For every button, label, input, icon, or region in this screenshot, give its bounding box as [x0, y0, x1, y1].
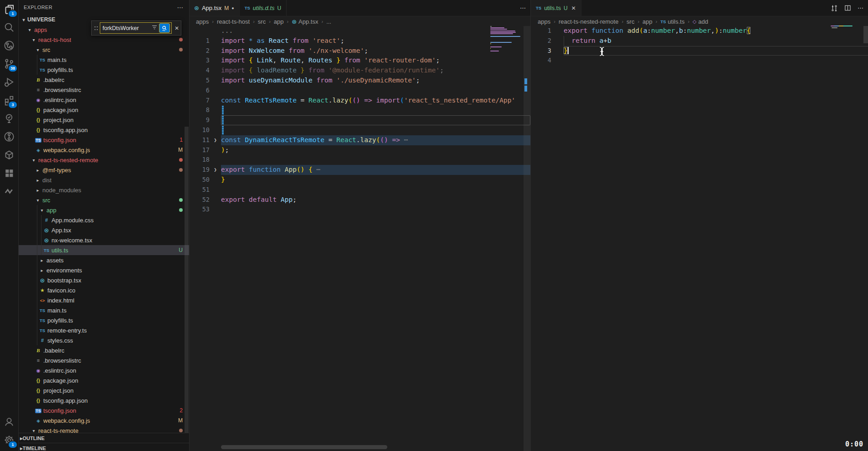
tree-item-app-tsx[interactable]: ⊛App.tsx: [18, 225, 189, 235]
code-line[interactable]: ...: [189, 26, 530, 36]
breadcrumb-item[interactable]: app: [642, 18, 652, 25]
tree-item-main-ts[interactable]: TSmain.ts: [18, 305, 189, 315]
tree-item-project-json[interactable]: {}project.json: [18, 115, 189, 125]
code-line[interactable]: 50}: [189, 175, 530, 185]
tree-item-nx-welcome-tsx[interactable]: ⊛nx-welcome.tsx: [18, 235, 189, 245]
code-line[interactable]: 18: [189, 155, 530, 165]
breadcrumb-item[interactable]: ...: [326, 18, 331, 25]
code-line[interactable]: 3import { Link, Route, Routes } from 're…: [189, 56, 530, 66]
breadcrumb-item[interactable]: ◇ add: [693, 18, 708, 25]
run-and-debug-icon[interactable]: [0, 73, 18, 91]
tree-item-bootstrap-tsx[interactable]: ⊛bootstrap.tsx: [18, 275, 189, 285]
source-control-graph-icon[interactable]: [0, 36, 18, 55]
code-line[interactable]: 4import { loadRemote } from '@module-fed…: [189, 66, 530, 76]
tree-item-utils-ts[interactable]: TSutils.tsU: [18, 245, 189, 255]
code-editor-app-tsx[interactable]: ...1import * as React from 'react';2impo…: [189, 26, 530, 451]
code-line[interactable]: 11❯const DynamicReactTsRemote = React.la…: [189, 135, 530, 145]
tree-item-main-ts[interactable]: TSmain.ts: [18, 55, 189, 65]
accounts-icon[interactable]: [0, 413, 18, 431]
tree-item-styles-css[interactable]: #styles.css: [18, 335, 189, 345]
breadcrumb-item[interactable]: apps: [196, 18, 209, 25]
filter-icon[interactable]: [152, 25, 157, 31]
tree-item-src[interactable]: ▾src: [18, 195, 189, 205]
code-line[interactable]: 2 return a+b: [531, 36, 868, 46]
tree-item--browserslistrc[interactable]: ≡.browserslistrc: [18, 355, 189, 365]
tree-item--babelrc[interactable]: B.babelrc: [18, 345, 189, 355]
tree-item-remote-entry-ts[interactable]: TSremote-entry.ts: [18, 325, 189, 335]
tree-item-webpack-config-js[interactable]: ◈webpack.config.jsM: [18, 415, 189, 425]
drag-grip-icon[interactable]: [93, 25, 98, 32]
code-line[interactable]: 7const ReactTsRemote = React.lazy(() => …: [189, 96, 530, 106]
horizontal-scrollbar[interactable]: [221, 445, 387, 449]
tree-item-assets[interactable]: ▸assets: [18, 255, 189, 265]
code-editor-utils-ts[interactable]: 1export function add(a:number,b:number,)…: [531, 26, 868, 451]
tree-item-package-json[interactable]: {}package.json: [18, 375, 189, 385]
tree-item-polyfills-ts[interactable]: TSpolyfills.ts: [18, 315, 189, 325]
fold-gutter[interactable]: ❯: [210, 135, 221, 145]
tree-item--eslintrc-json[interactable]: ◉.eslintrc.json: [18, 365, 189, 375]
source-control-icon[interactable]: 38: [0, 55, 18, 73]
tree-item-tsconfig-app-json[interactable]: {}tsconfig.app.json: [18, 395, 189, 405]
tree-item-project-json[interactable]: {}project.json: [18, 385, 189, 395]
tree-item-app-module-css[interactable]: #App.module.css: [18, 215, 189, 225]
code-line[interactable]: 51: [189, 185, 530, 195]
breadcrumb-item[interactable]: src: [627, 18, 634, 25]
tree-item-package-json[interactable]: {}package.json: [18, 105, 189, 115]
git-graph-icon[interactable]: [0, 128, 18, 146]
grid-extension-icon[interactable]: [0, 164, 18, 182]
section-header-outline[interactable]: ▸ OUTLINE: [18, 433, 189, 443]
sidebar-scrollbar[interactable]: [185, 127, 189, 446]
nx-console-icon[interactable]: [0, 146, 18, 164]
breadcrumb-item[interactable]: apps: [538, 18, 550, 25]
tree-item-node-modules[interactable]: ▸node_modules: [18, 185, 189, 195]
extensions-icon[interactable]: 3: [0, 91, 18, 109]
code-line[interactable]: 17);: [189, 145, 530, 155]
code-line[interactable]: 5import useDynamicModule from './useDyna…: [189, 76, 530, 86]
compare-changes-icon[interactable]: [831, 5, 838, 12]
tree-item--mf-types[interactable]: ▸@mf-types: [18, 165, 189, 175]
tree-item-react-ts-remote[interactable]: ▾react-ts-remote: [18, 425, 189, 433]
explorer-icon[interactable]: 1: [0, 0, 18, 18]
tree-item-tsconfig-json[interactable]: TStsconfig.json1: [18, 135, 189, 145]
fuzzy-search-button[interactable]: [159, 23, 170, 33]
vertical-scrollbar[interactable]: [863, 26, 868, 43]
settings-icon[interactable]: 1: [0, 431, 18, 449]
tree-item-webpack-config-js[interactable]: ◈webpack.config.jsM: [18, 145, 189, 155]
code-line[interactable]: 2import NxWelcome from './nx-welcome';: [189, 46, 530, 56]
vertical-scrollbar[interactable]: [524, 26, 530, 451]
tree-item--browserslistrc[interactable]: ≡.browserslistrc: [18, 85, 189, 95]
todo-tree-icon[interactable]: [0, 109, 18, 128]
tree-item-environments[interactable]: ▸environments: [18, 265, 189, 275]
breadcrumb-item[interactable]: react-ts-nested-remote: [559, 18, 619, 25]
breadcrumb-item[interactable]: src: [258, 18, 266, 25]
tree-item-react-ts-nested-remote[interactable]: ▾react-ts-nested-remote: [18, 155, 189, 165]
tree-item-favicon-ico[interactable]: ★favicon.ico: [18, 285, 189, 295]
tree-item-dist[interactable]: ▸dist: [18, 175, 189, 185]
code-line[interactable]: 9: [189, 115, 530, 125]
close-icon[interactable]: ✕: [571, 5, 576, 11]
tree-item-react-ts-host[interactable]: ▾react-ts-host: [18, 35, 189, 45]
code-line[interactable]: 8: [189, 105, 530, 115]
more-actions-icon[interactable]: ⋯: [858, 5, 863, 11]
tree-item-tsconfig-app-json[interactable]: {}tsconfig.app.json: [18, 125, 189, 135]
code-line[interactable]: 1export function add(a:number,b:number,)…: [531, 26, 868, 36]
code-line[interactable]: 3}: [531, 46, 868, 56]
tab-utils-d-ts[interactable]: TS utils.d.ts U: [240, 0, 287, 16]
section-header-timeline[interactable]: ▸ TIMELINE: [18, 443, 189, 451]
breadcrumb-item[interactable]: ⊛ App.tsx: [292, 18, 318, 25]
code-line[interactable]: 19❯export function App() { ⋯: [189, 165, 530, 175]
explorer-more-actions-icon[interactable]: ⋯: [177, 4, 184, 11]
tree-item-src[interactable]: ▾src: [18, 45, 189, 55]
code-line[interactable]: 1import * as React from 'react';: [189, 36, 530, 46]
tree-item--eslintrc-json[interactable]: ◉.eslintrc.json: [18, 95, 189, 105]
code-line[interactable]: 4: [531, 56, 868, 66]
more-actions-icon[interactable]: ⋯: [520, 5, 526, 11]
tree-item-index-html[interactable]: <>index.html: [18, 295, 189, 305]
dirty-indicator-icon[interactable]: ●: [231, 6, 234, 10]
search-icon[interactable]: [0, 18, 18, 36]
tree-find-input[interactable]: [102, 25, 150, 32]
tree-item-polyfills-ts[interactable]: TSpolyfills.ts: [18, 65, 189, 75]
code-line[interactable]: 53: [189, 205, 530, 215]
code-line[interactable]: 52export default App;: [189, 195, 530, 205]
breadcrumb-item[interactable]: app: [274, 18, 284, 25]
